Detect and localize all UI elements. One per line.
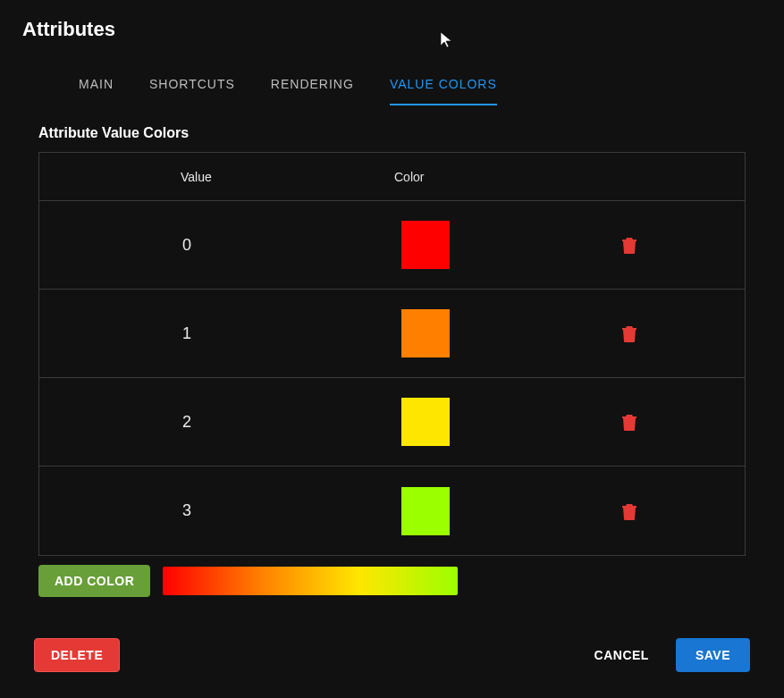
value-cell[interactable]: 2 <box>39 413 334 432</box>
color-swatch[interactable] <box>401 221 450 269</box>
value-colors-table: Value Color 0123 <box>38 152 746 556</box>
footer: DELETE CANCEL SAVE <box>0 638 784 672</box>
color-swatch[interactable] <box>401 487 450 535</box>
tab-value-colors[interactable]: VALUE COLORS <box>390 77 497 105</box>
tabs: MAIN SHORTCUTS RENDERING VALUE COLORS <box>0 41 784 105</box>
trash-icon[interactable] <box>621 236 637 254</box>
color-cell <box>334 487 513 535</box>
below-table-row: ADD COLOR <box>38 565 746 597</box>
add-color-button[interactable]: ADD COLOR <box>38 565 150 597</box>
trash-icon[interactable] <box>621 502 637 520</box>
value-cell[interactable]: 1 <box>39 324 334 343</box>
color-cell <box>334 309 513 357</box>
gradient-preview[interactable] <box>163 567 458 595</box>
trash-icon[interactable] <box>621 413 637 431</box>
table-header-value: Value <box>39 170 334 184</box>
action-cell <box>513 413 745 431</box>
color-swatch[interactable] <box>401 398 450 446</box>
tab-shortcuts[interactable]: SHORTCUTS <box>149 77 235 105</box>
cancel-button[interactable]: CANCEL <box>577 638 667 672</box>
table-header-row: Value Color <box>39 153 745 201</box>
action-cell <box>513 502 745 520</box>
value-cell[interactable]: 0 <box>39 236 334 255</box>
table-header-color: Color <box>334 170 513 184</box>
table-row: 3 <box>39 467 745 555</box>
trash-icon[interactable] <box>621 324 637 342</box>
tab-main[interactable]: MAIN <box>79 77 114 105</box>
color-cell <box>334 221 513 269</box>
table-row: 0 <box>39 201 745 290</box>
tab-rendering[interactable]: RENDERING <box>271 77 354 105</box>
action-cell <box>513 236 745 254</box>
action-cell <box>513 324 745 342</box>
save-button[interactable]: SAVE <box>676 638 750 672</box>
table-row: 1 <box>39 290 745 378</box>
table-row: 2 <box>39 378 745 467</box>
section-title: Attribute Value Colors <box>0 105 784 152</box>
delete-button[interactable]: DELETE <box>34 638 120 672</box>
color-cell <box>334 398 513 446</box>
value-cell[interactable]: 3 <box>39 501 334 520</box>
color-swatch[interactable] <box>401 309 450 357</box>
page-title: Attributes <box>0 0 784 41</box>
